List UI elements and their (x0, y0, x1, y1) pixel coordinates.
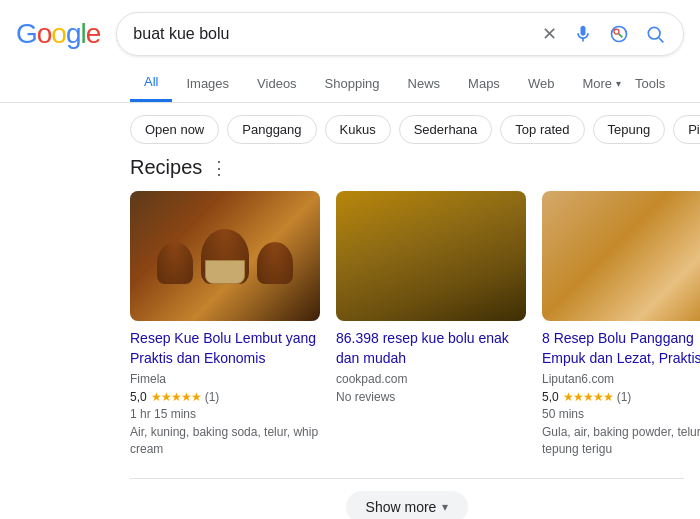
clear-icon: ✕ (542, 23, 557, 45)
header: G o o g l e ✕ (0, 0, 700, 64)
stars-3: ★★★★★ (563, 390, 613, 404)
main-content: Recipes ⋮ Resep Kue Bolu Lembut yang Pra… (0, 156, 700, 519)
clear-button[interactable]: ✕ (540, 21, 559, 47)
show-more-label: Show more (366, 499, 437, 515)
logo-g1: G (16, 18, 37, 50)
logo-o1: o (37, 18, 52, 50)
svg-point-1 (614, 29, 619, 34)
search-bar[interactable]: ✕ (116, 12, 684, 56)
tab-images[interactable]: Images (172, 66, 243, 101)
tab-news[interactable]: News (394, 66, 455, 101)
muffin-large (201, 229, 249, 284)
filter-sederhana[interactable]: Sederhana (399, 115, 493, 144)
muffin-visual (157, 229, 293, 284)
logo-o2: o (51, 18, 66, 50)
recipe-time-3: 50 mins (542, 407, 700, 421)
filter-chips: Open now Panggang Kukus Sederhana Top ra… (0, 103, 700, 156)
filter-tepung[interactable]: Tepung (593, 115, 666, 144)
tab-maps[interactable]: Maps (454, 66, 514, 101)
voice-search-button[interactable] (571, 22, 595, 46)
google-logo: G o o g l e (16, 18, 100, 50)
recipe-title-3[interactable]: 8 Resep Bolu Panggang Empuk dan Lezat, P… (542, 329, 700, 368)
recipe-time-1: 1 hr 15 mins (130, 407, 320, 421)
no-reviews-2: No reviews (336, 390, 526, 404)
tab-web[interactable]: Web (514, 66, 569, 101)
filter-open-now[interactable]: Open now (130, 115, 219, 144)
rating-score-3: 5,0 (542, 390, 559, 404)
muffin-image (130, 191, 320, 321)
recipe-cards: Resep Kue Bolu Lembut yang Praktis dan E… (130, 191, 684, 458)
tab-videos[interactable]: Videos (243, 66, 311, 101)
search-icon (645, 24, 665, 44)
recipes-menu-icon[interactable]: ⋮ (210, 157, 228, 179)
rating-score-1: 5,0 (130, 390, 147, 404)
recipe-source-2: cookpad.com (336, 372, 526, 386)
rating-count-1: (1) (205, 390, 220, 404)
filter-panggang[interactable]: Panggang (227, 115, 316, 144)
recipe-image-2 (336, 191, 526, 321)
recipe-title-1[interactable]: Resep Kue Bolu Lembut yang Praktis dan E… (130, 329, 320, 368)
chevron-down-icon: ▾ (442, 500, 448, 514)
lens-button[interactable] (607, 22, 631, 46)
lens-icon (609, 24, 629, 44)
rating-count-3: (1) (617, 390, 632, 404)
muffin-small (157, 242, 193, 284)
svg-point-3 (648, 27, 660, 39)
recipe-source-3: Liputan6.com (542, 372, 700, 386)
logo-e: e (86, 18, 101, 50)
recipe-card-2[interactable]: 86.398 resep kue bolu enak dan mudah coo… (336, 191, 526, 458)
search-submit-button[interactable] (643, 22, 667, 46)
cake-image (336, 191, 526, 321)
recipe-rating-1: 5,0 ★★★★★ (1) (130, 390, 320, 404)
recipe-ingredients-3: Gula, air, baking powder, telur, tepung … (542, 424, 700, 458)
search-input[interactable] (133, 25, 540, 43)
search-icons: ✕ (540, 21, 667, 47)
muffin-small-2 (257, 242, 293, 284)
svg-line-4 (659, 38, 664, 43)
filter-pisang[interactable]: Pisang (673, 115, 700, 144)
show-more-row: Show more ▾ (130, 478, 684, 519)
recipe-image-3 (542, 191, 700, 321)
tab-more[interactable]: More ▾ (568, 66, 635, 101)
nav-tabs: All Images Videos Shopping News Maps Web… (0, 64, 700, 103)
recipe-image-1 (130, 191, 320, 321)
filter-top-rated[interactable]: Top rated (500, 115, 584, 144)
recipe-ingredients-1: Air, kuning, baking soda, telur, whip cr… (130, 424, 320, 458)
tab-all[interactable]: All (130, 64, 172, 102)
recipes-title: Recipes (130, 156, 202, 179)
more-chevron-icon: ▾ (616, 78, 621, 89)
recipes-header: Recipes ⋮ (130, 156, 684, 179)
recipe-source-1: Fimela (130, 372, 320, 386)
recipe-rating-3: 5,0 ★★★★★ (1) (542, 390, 700, 404)
tools-tab[interactable]: Tools (635, 66, 665, 101)
logo-g2: g (66, 18, 81, 50)
stars-1: ★★★★★ (151, 390, 201, 404)
recipe-card-3[interactable]: 8 Resep Bolu Panggang Empuk dan Lezat, P… (542, 191, 700, 458)
recipe-title-2[interactable]: 86.398 resep kue bolu enak dan mudah (336, 329, 526, 368)
recipe-card-1[interactable]: Resep Kue Bolu Lembut yang Praktis dan E… (130, 191, 320, 458)
svg-line-2 (619, 34, 623, 38)
filter-kukus[interactable]: Kukus (325, 115, 391, 144)
bread-image (542, 191, 700, 321)
tab-shopping[interactable]: Shopping (311, 66, 394, 101)
mic-icon (573, 24, 593, 44)
show-more-button[interactable]: Show more ▾ (346, 491, 469, 519)
